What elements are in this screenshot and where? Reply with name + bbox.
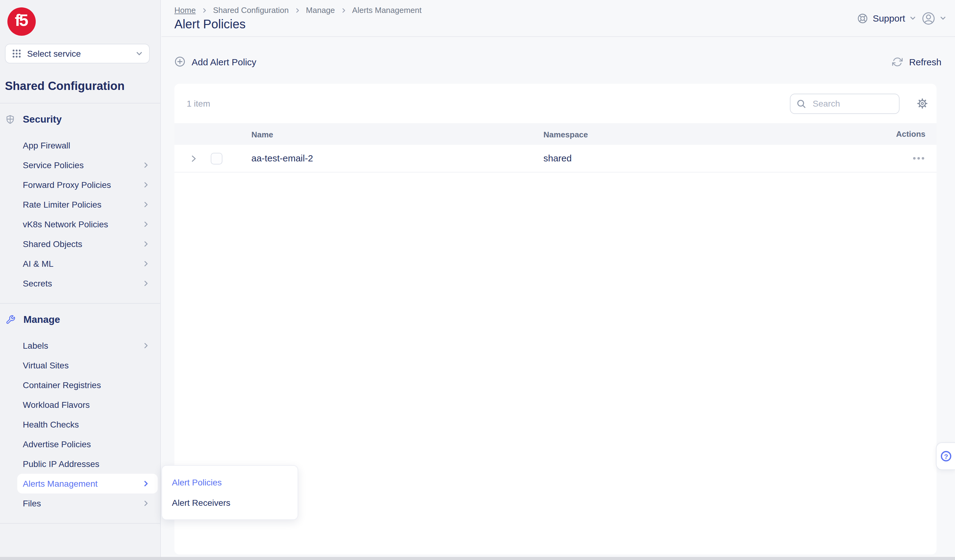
breadcrumb: Home Shared Configuration Manage Alerts …: [174, 6, 422, 15]
row-actions-menu[interactable]: [912, 153, 925, 163]
breadcrumb-shared-configuration[interactable]: Shared Configuration: [213, 6, 289, 15]
sidebar-item-container-registries[interactable]: Container Registries: [17, 375, 158, 395]
top-actions: Support: [857, 0, 946, 36]
sidebar-item-service-policies[interactable]: Service Policies: [17, 155, 158, 175]
sidebar-item-alerts-management[interactable]: Alerts Management: [17, 474, 158, 493]
sidebar-section-title: Security: [23, 114, 62, 125]
security-nav: App Firewall Service Policies Forward Pr…: [0, 136, 160, 293]
help-button[interactable]: ?: [936, 442, 955, 470]
chevron-right-icon: [142, 280, 150, 287]
flyout-item-alert-policies[interactable]: Alert Policies: [162, 472, 297, 492]
service-selector[interactable]: Select service: [5, 44, 150, 63]
wrench-icon: [6, 315, 16, 325]
life-ring-icon: [857, 13, 869, 24]
chevron-right-icon: [142, 221, 150, 228]
chevron-right-icon: [142, 181, 150, 189]
column-header-actions: Actions: [896, 129, 925, 139]
row-name: aa-test-email-2: [251, 153, 313, 163]
chevron-right-icon: [142, 500, 150, 507]
chevron-down-icon: [136, 50, 143, 57]
support-label: Support: [873, 13, 905, 23]
chevron-right-icon: [142, 260, 150, 267]
app-root: f5 Select service Shared Configuration: [0, 0, 955, 560]
column-header-name: Name: [251, 130, 273, 139]
toolbar: Add Alert Policy Refresh: [174, 52, 941, 72]
refresh-label: Refresh: [909, 56, 941, 67]
column-header-namespace: Namespace: [543, 130, 588, 139]
chevron-right-icon: [142, 342, 150, 349]
chevron-right-icon: [189, 154, 199, 163]
service-selector-label: Select service: [27, 48, 130, 58]
help-icon: ?: [941, 451, 951, 461]
refresh-icon: [892, 56, 903, 67]
sidebar-item-files[interactable]: Files: [17, 493, 158, 513]
sidebar-item-app-firewall[interactable]: App Firewall: [17, 136, 158, 155]
sidebar-divider: [0, 523, 160, 524]
alerts-management-flyout: Alert Policies Alert Receivers: [161, 465, 298, 520]
breadcrumb-home[interactable]: Home: [174, 6, 196, 15]
sidebar-item-public-ip-addresses[interactable]: Public IP Addresses: [17, 454, 158, 474]
sidebar-section-security[interactable]: Security: [0, 112, 160, 127]
item-count: 1 item: [187, 99, 790, 108]
f5-logo-text: f5: [15, 12, 27, 29]
breadcrumb-alerts-management: Alerts Management: [352, 6, 421, 15]
refresh-button[interactable]: Refresh: [892, 56, 941, 67]
row-checkbox[interactable]: [211, 152, 222, 164]
search-input[interactable]: [811, 98, 893, 109]
avatar-icon: [922, 11, 935, 25]
sidebar-item-vk8s-network-policies[interactable]: vK8s Network Policies: [17, 214, 158, 234]
sidebar: f5 Select service Shared Configuration: [0, 0, 161, 560]
chevron-right-icon: [201, 7, 207, 13]
chevron-right-icon: [142, 480, 150, 487]
plus-circle-icon: [174, 56, 185, 67]
page-title: Alert Policies: [174, 17, 422, 31]
search-box: [790, 93, 900, 114]
chevron-down-icon: [939, 15, 946, 22]
breadcrumb-manage[interactable]: Manage: [306, 6, 335, 15]
sidebar-item-secrets[interactable]: Secrets: [17, 274, 158, 293]
add-alert-policy-label: Add Alert Policy: [192, 56, 256, 67]
table-header-row: Name Namespace Actions: [174, 123, 936, 145]
chevron-right-icon: [340, 7, 347, 13]
sidebar-item-labels[interactable]: Labels: [17, 336, 158, 355]
sidebar-item-advertise-policies[interactable]: Advertise Policies: [17, 434, 158, 454]
sidebar-item-shared-objects[interactable]: Shared Objects: [17, 234, 158, 254]
user-menu[interactable]: [922, 11, 946, 25]
grid-icon: [12, 48, 22, 58]
row-namespace: shared: [543, 153, 572, 163]
sidebar-item-forward-proxy-policies[interactable]: Forward Proxy Policies: [17, 175, 158, 195]
top-bar: Home Shared Configuration Manage Alerts …: [161, 0, 955, 37]
chevron-right-icon: [294, 7, 301, 13]
sidebar-item-workload-flavors[interactable]: Workload Flavors: [17, 395, 158, 415]
table-settings-button[interactable]: [917, 98, 928, 109]
sidebar-divider: [0, 303, 160, 304]
sidebar-section-manage[interactable]: Manage: [0, 312, 160, 327]
flyout-item-alert-receivers[interactable]: Alert Receivers: [162, 492, 297, 513]
sidebar-item-ai-ml[interactable]: AI & ML: [17, 254, 158, 274]
sidebar-section-title: Manage: [23, 314, 60, 325]
sidebar-item-virtual-sites[interactable]: Virtual Sites: [17, 355, 158, 375]
table-toolbar: 1 item: [174, 84, 936, 123]
gear-icon: [917, 98, 928, 109]
sidebar-divider: [0, 103, 160, 103]
f5-logo[interactable]: f5: [8, 8, 36, 36]
bottom-edge: [0, 557, 955, 560]
row-expander[interactable]: [189, 154, 202, 163]
chevron-right-icon: [142, 201, 150, 208]
manage-nav: Labels Virtual Sites Container Registrie…: [0, 336, 160, 513]
add-alert-policy-button[interactable]: Add Alert Policy: [174, 56, 256, 67]
shield-icon: [6, 114, 15, 124]
breadcrumb-block: Home Shared Configuration Manage Alerts …: [174, 0, 422, 36]
sidebar-item-rate-limiter-policies[interactable]: Rate Limiter Policies: [17, 195, 158, 214]
sidebar-title: Shared Configuration: [5, 80, 160, 93]
table-row[interactable]: aa-test-email-2 shared: [174, 145, 936, 172]
sidebar-item-health-checks[interactable]: Health Checks: [17, 415, 158, 434]
chevron-right-icon: [142, 240, 150, 248]
support-menu[interactable]: Support: [857, 13, 916, 24]
chevron-down-icon: [910, 15, 916, 22]
chevron-right-icon: [142, 161, 150, 169]
search-icon: [796, 98, 806, 109]
